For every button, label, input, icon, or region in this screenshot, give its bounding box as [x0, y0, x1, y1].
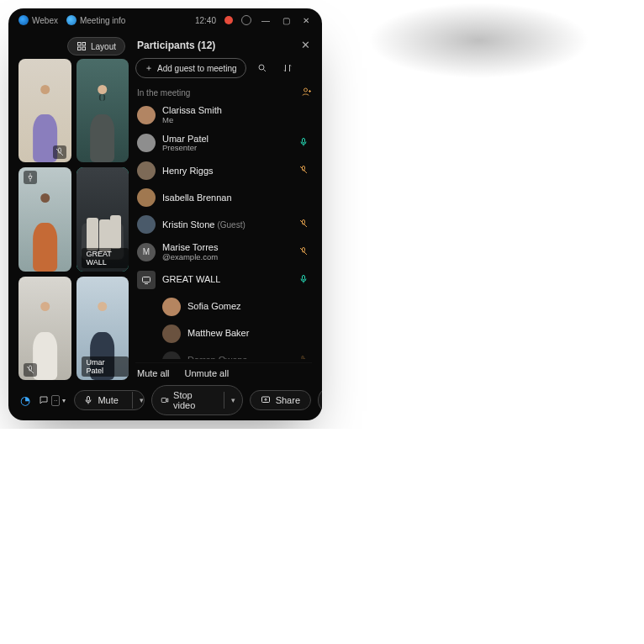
- participant-row[interactable]: M Marise Torres@example.com: [135, 240, 312, 265]
- video-options-button[interactable]: ▾: [224, 392, 242, 409]
- clock: 12:40: [195, 16, 216, 25]
- assistant-icon[interactable]: ◔: [20, 393, 30, 407]
- layout-button[interactable]: Layout: [67, 37, 125, 55]
- stop-video-button[interactable]: Stop video ▾: [151, 385, 243, 415]
- mute-button[interactable]: Mute ▾: [74, 390, 145, 410]
- layout-button-label: Layout: [91, 42, 116, 51]
- participants-list: Clarissa SmithMe Umar PatelPresenter Hen…: [135, 103, 312, 359]
- svg-point-4: [259, 65, 264, 70]
- participant-name: Isabella Brennan: [162, 193, 310, 203]
- pin-icon: [24, 171, 37, 184]
- main-area: Layout: [8, 32, 322, 380]
- plus-icon: ＋: [145, 62, 153, 74]
- svg-rect-13: [161, 398, 166, 402]
- guest-tag: (Guest): [217, 220, 245, 230]
- tile-label: Umar Patel: [82, 356, 129, 377]
- share-button[interactable]: Share: [250, 390, 311, 410]
- mic-muted-icon: [297, 219, 310, 230]
- app-brand[interactable]: Webex: [18, 15, 58, 25]
- svg-rect-12: [87, 397, 90, 402]
- avatar: M: [137, 243, 156, 261]
- search-participants-button[interactable]: [253, 59, 272, 77]
- stop-video-label: Stop video: [173, 390, 210, 410]
- app-window: Webex Meeting info 12:40 — ▢ ✕ Layout: [8, 8, 322, 420]
- participant-row[interactable]: Clarissa SmithMe: [135, 103, 312, 128]
- svg-rect-3: [82, 47, 86, 50]
- info-icon: [66, 15, 77, 25]
- chevron-down-icon: ▾: [62, 397, 66, 404]
- participant-row[interactable]: Sofia Gomez: [161, 295, 312, 319]
- tile-label: GREAT WALL: [82, 248, 129, 268]
- participant-row[interactable]: Isabella Brennan: [135, 186, 312, 209]
- window-maximize-button[interactable]: ▢: [280, 14, 292, 26]
- reactions-button[interactable]: [318, 388, 322, 413]
- svg-rect-2: [77, 47, 81, 50]
- panel-title: Participants (12): [137, 40, 215, 51]
- video-tile[interactable]: [77, 59, 129, 162]
- hand-raised-icon: [297, 355, 310, 359]
- participant-row[interactable]: Matthew Baker: [161, 322, 312, 346]
- webex-logo-icon: [18, 15, 29, 25]
- participant-row[interactable]: Kristin Stone (Guest): [135, 213, 312, 236]
- participant-sub: Presenter: [162, 144, 290, 153]
- device-icon: [137, 271, 156, 289]
- video-tile-active[interactable]: GREAT WALL: [77, 167, 129, 271]
- search-icon: [257, 63, 267, 73]
- mic-on-icon: [297, 274, 310, 286]
- add-person-icon[interactable]: [302, 87, 312, 99]
- avatar: [162, 325, 181, 343]
- avatar: [137, 161, 156, 180]
- window-close-button[interactable]: ✕: [300, 14, 312, 26]
- participant-name: Matthew Baker: [187, 328, 310, 339]
- messages-button[interactable]: ·· ▾: [39, 395, 66, 406]
- close-panel-button[interactable]: ✕: [301, 39, 310, 51]
- participant-row[interactable]: Umar PatelPresenter: [135, 131, 312, 156]
- meeting-info-button[interactable]: Meeting info: [66, 15, 125, 25]
- share-label: Share: [276, 395, 300, 405]
- video-grid: GREAT WALL Umar Patel: [18, 59, 129, 380]
- video-feed: [77, 59, 129, 162]
- svg-rect-10: [143, 277, 150, 282]
- participant-name: Darren Owens: [187, 355, 290, 359]
- chat-bubble-icon: [39, 395, 49, 405]
- video-tile[interactable]: Umar Patel: [77, 277, 129, 380]
- mute-all-button[interactable]: Mute all: [137, 368, 170, 378]
- avatar: [162, 351, 181, 359]
- app-brand-label: Webex: [32, 16, 58, 25]
- avatar: [137, 215, 156, 234]
- control-bar: ◔ ·· ▾ Mute ▾ Stop video ▾: [8, 380, 322, 420]
- mic-muted-icon: [24, 363, 37, 377]
- title-bar: Webex Meeting info 12:40 — ▢ ✕: [8, 8, 322, 32]
- add-guest-label: Add guest to meeting: [157, 64, 237, 73]
- camera-icon: [161, 395, 169, 405]
- sort-participants-button[interactable]: [278, 59, 297, 77]
- avatar: [137, 188, 156, 207]
- avatar: [137, 106, 156, 124]
- meeting-info-label: Meeting info: [80, 16, 125, 25]
- video-tile[interactable]: [18, 59, 71, 162]
- add-guest-button[interactable]: ＋ Add guest to meeting: [135, 58, 246, 78]
- participant-row[interactable]: GREAT WALL: [135, 268, 312, 292]
- video-grid-container: Layout: [18, 37, 129, 380]
- video-tile[interactable]: [18, 277, 71, 380]
- mic-muted-icon: [53, 145, 66, 159]
- participants-panel: Participants (12) ✕ ＋ Add guest to meeti…: [135, 37, 312, 380]
- sort-icon: [282, 63, 293, 73]
- participant-row[interactable]: Darren Owens: [161, 349, 312, 359]
- avatar: [162, 298, 181, 316]
- avatar: [137, 134, 156, 152]
- recording-indicator-icon[interactable]: [224, 16, 233, 24]
- mute-options-button[interactable]: ▾: [132, 392, 145, 409]
- participant-row[interactable]: Henry Riggs: [135, 159, 312, 182]
- participant-name: Marise Torres: [162, 242, 290, 253]
- svg-rect-0: [77, 43, 81, 46]
- unmute-all-button[interactable]: Unmute all: [185, 368, 230, 378]
- settings-icon[interactable]: [241, 15, 251, 25]
- video-tile[interactable]: [18, 167, 71, 271]
- mute-label: Mute: [98, 395, 118, 405]
- svg-rect-11: [303, 275, 305, 280]
- participant-email: @example.com: [162, 253, 290, 262]
- svg-rect-6: [303, 139, 305, 144]
- mic-muted-icon: [297, 165, 310, 177]
- window-minimize-button[interactable]: —: [260, 14, 272, 26]
